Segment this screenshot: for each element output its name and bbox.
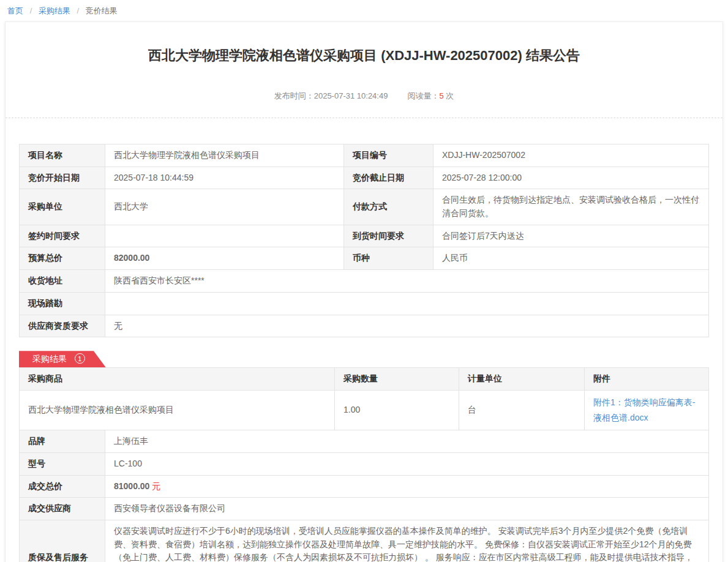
result-detail-row: 成交总价81000.00 元	[20, 475, 709, 498]
field-value: 陕西省西安市长安区****	[105, 270, 709, 293]
project-info-row: 签约时间要求到货时间要求合同签订后7天内送达	[20, 225, 709, 247]
field-label: 币种	[344, 247, 433, 270]
goods-unit: 台	[459, 390, 585, 430]
project-info-row: 项目名称西北大学物理学院液相色谱仪采购项目项目编号XDJJ-HW-2025070…	[20, 144, 709, 167]
field-label: 质保及售后服务	[20, 520, 105, 562]
announcement-card: 西北大学物理学院液相色谱仪采购项目 (XDJJ-HW-202507002) 结果…	[5, 21, 723, 562]
field-label: 品牌	[20, 430, 105, 453]
attachment-link[interactable]: 附件1：货物类响应偏离表-液相色谱.docx	[593, 397, 695, 422]
result-count-badge: 1	[75, 353, 85, 364]
field-value: 西北大学物理学院液相色谱仪采购项目	[105, 144, 344, 167]
field-value: XDJJ-HW-202507002	[433, 144, 709, 167]
column-header: 附件	[585, 368, 709, 391]
views-unit: 次	[444, 91, 454, 100]
field-label: 供应商资质要求	[20, 315, 105, 337]
field-value: 2025-07-18 10:44:59	[105, 167, 344, 189]
result-detail-row: 质保及售后服务仪器安装调试时应进行不少于6小时的现场培训，受培训人员应能掌握仪器…	[20, 520, 709, 562]
goods-table: 采购商品采购数量计量单位附件 西北大学物理学院液相色谱仪采购项目1.00台附件1…	[19, 367, 709, 430]
breadcrumb-separator: /	[30, 6, 32, 15]
field-label: 竞价截止日期	[344, 167, 433, 189]
project-info-table: 项目名称西北大学物理学院液相色谱仪采购项目项目编号XDJJ-HW-2025070…	[19, 144, 709, 337]
goods-quantity: 1.00	[335, 390, 459, 430]
field-label: 竞价开始日期	[20, 167, 105, 189]
field-label: 收货地址	[20, 270, 105, 293]
column-header: 计量单位	[459, 368, 585, 391]
field-label: 项目编号	[344, 144, 433, 167]
field-label: 项目名称	[20, 144, 105, 167]
field-value: 无	[105, 315, 709, 337]
field-label: 预算总价	[20, 247, 105, 270]
project-info-row: 供应商资质要求无	[20, 315, 709, 337]
field-label: 成交总价	[20, 475, 105, 498]
publish-meta: 发布时间：2025-07-31 10:24:49阅读量：5 次	[6, 91, 722, 102]
field-value: 82000.00	[105, 247, 344, 270]
field-value: 合同生效后，待货物到达指定地点、安装调试验收合格后，一次性付清合同货款。	[433, 189, 709, 225]
views-count: 5	[439, 91, 443, 100]
field-label: 到货时间要求	[344, 225, 433, 247]
result-detail-table: 品牌上海伍丰型号LC-100成交总价81000.00 元成交供应商西安领导者仪器…	[19, 430, 709, 562]
field-value: 仪器安装调试时应进行不少于6小时的现场培训，受培训人员应能掌握仪器的基本操作及简…	[105, 520, 709, 562]
column-header: 采购数量	[335, 368, 459, 391]
tab-label: 采购结果	[32, 354, 67, 364]
page-title: 西北大学物理学院液相色谱仪采购项目 (XDJJ-HW-202507002) 结果…	[30, 47, 698, 65]
field-value: 81000.00 元	[105, 475, 709, 498]
field-value: 合同签订后7天内送达	[433, 225, 709, 247]
result-detail-row: 品牌上海伍丰	[20, 430, 709, 453]
tab-procurement-result[interactable]: 采购结果 1	[19, 351, 106, 367]
breadcrumb-separator: /	[77, 6, 80, 15]
breadcrumb-procurement-results-link[interactable]: 采购结果	[39, 6, 70, 15]
breadcrumb-current-page: 竞价结果	[86, 6, 118, 15]
field-value: 上海伍丰	[105, 430, 709, 453]
field-value	[105, 225, 344, 247]
project-info-row: 现场踏勘	[20, 292, 709, 315]
project-info-row: 竞价开始日期2025-07-18 10:44:59竞价截止日期2025-07-2…	[20, 167, 709, 189]
goods-product: 西北大学物理学院液相色谱仪采购项目	[20, 390, 335, 430]
project-info-row: 预算总价82000.00币种人民币	[20, 247, 709, 270]
field-value	[105, 292, 709, 315]
goods-table-header-row: 采购商品采购数量计量单位附件	[20, 368, 709, 391]
currency-unit: 元	[149, 481, 160, 491]
goods-row: 西北大学物理学院液相色谱仪采购项目1.00台附件1：货物类响应偏离表-液相色谱.…	[20, 390, 709, 430]
field-label: 型号	[20, 452, 105, 475]
field-label: 采购单位	[20, 189, 105, 225]
field-label: 签约时间要求	[20, 225, 105, 247]
field-label: 成交供应商	[20, 498, 105, 520]
goods-attachment-cell: 附件1：货物类响应偏离表-液相色谱.docx	[585, 390, 709, 430]
publish-time-label: 发布时间：	[274, 91, 314, 100]
field-value: 2025-07-28 12:00:00	[433, 167, 709, 189]
field-label: 付款方式	[344, 189, 433, 225]
field-value: LC-100	[105, 452, 709, 475]
breadcrumb: 首页 / 采购结果 / 竞价结果	[0, 0, 728, 21]
result-detail-row: 成交供应商西安领导者仪器设备有限公司	[20, 498, 709, 520]
result-detail-row: 型号LC-100	[20, 452, 709, 475]
project-info-row: 采购单位西北大学付款方式合同生效后，待货物到达指定地点、安装调试验收合格后，一次…	[20, 189, 709, 225]
column-header: 采购商品	[20, 368, 335, 391]
project-info-row: 收货地址陕西省西安市长安区****	[20, 270, 709, 293]
views-label: 阅读量：	[407, 91, 439, 100]
field-value: 西安领导者仪器设备有限公司	[105, 498, 709, 520]
breadcrumb-home-link[interactable]: 首页	[7, 6, 23, 15]
field-value: 人民币	[433, 247, 709, 270]
field-value: 西北大学	[105, 189, 344, 225]
field-label: 现场踏勘	[20, 292, 105, 315]
publish-time-value: 2025-07-31 10:24:49	[314, 91, 388, 100]
